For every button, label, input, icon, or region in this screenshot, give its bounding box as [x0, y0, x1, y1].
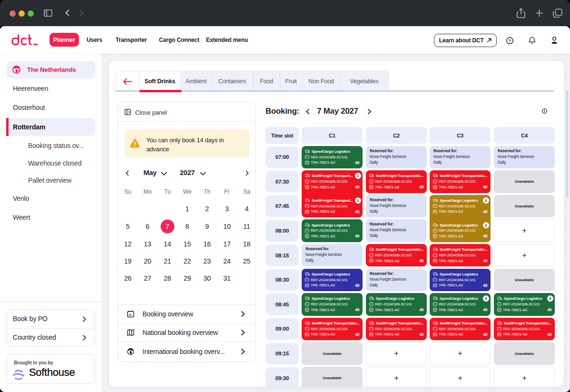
svg-text:?: ?: [509, 39, 511, 43]
